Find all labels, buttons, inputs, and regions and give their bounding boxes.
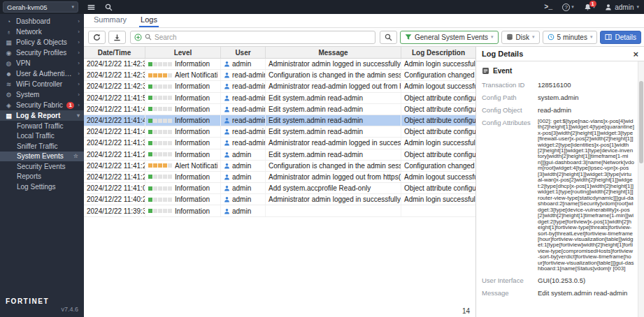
sidebar-item-security-events[interactable]: Security Events [0, 161, 84, 172]
person-icon [605, 3, 612, 10]
sidebar-item-dashboard[interactable]: ◔Dashboard› [0, 16, 84, 27]
column-header-message[interactable]: Message [266, 47, 401, 58]
sidebar-item-label: Policy & Objects [16, 38, 74, 46]
sidebar-item-policy-objects[interactable]: ▦Policy & Objects› [0, 37, 84, 47]
level-label: Information [175, 105, 210, 113]
sidebar-item-network[interactable]: ♁Network› [0, 27, 84, 37]
sidebar-item-wifi-controller[interactable]: ≋WiFi Controller› [0, 79, 84, 89]
log-location-dropdown[interactable]: Disk ▾ [501, 31, 540, 44]
cell-message: Edit system.admin read-admin [266, 149, 401, 160]
user-icon [224, 95, 230, 101]
severity-block [163, 209, 167, 213]
table-row[interactable]: 2024/12/22 11:40:24InformationadminAdmin… [84, 194, 475, 205]
table-row[interactable]: 2024/12/22 11:39:30Informationadmin [84, 205, 475, 216]
cell-level: Information [145, 183, 221, 193]
table-row[interactable]: 2024/12/22 11:41:40Informationread-admin… [84, 126, 475, 138]
log-report-icon: ▤ [5, 112, 13, 119]
help-menu-button[interactable]: ? ▾ [557, 0, 579, 14]
event-type-dropdown[interactable]: General System Events ▾ [400, 31, 499, 44]
cell-message: Administrator admin logged in successful… [266, 194, 401, 205]
search-input[interactable] [155, 34, 371, 41]
event-section-header[interactable]: Event [482, 67, 634, 75]
username: read-admin [232, 105, 266, 113]
severity-block [153, 198, 157, 202]
user-icon [224, 140, 230, 146]
sidebar-item-reports[interactable]: Reports [0, 172, 84, 182]
sidebar-item-vpn[interactable]: ◍VPN› [0, 58, 84, 68]
cell-user: read-admin [221, 104, 266, 115]
cell-user: read-admin [221, 126, 266, 137]
notification-badge: 1 [589, 1, 596, 7]
close-icon[interactable]: × [633, 50, 638, 59]
download-button[interactable] [108, 31, 126, 44]
content-area: Date/Time Level User Message Log Descrip… [84, 47, 644, 317]
severity-block [168, 62, 172, 66]
hostname-select[interactable]: Gerah-kvm05 ▾ [3, 1, 78, 13]
severity-block [148, 84, 152, 89]
severity-block [168, 152, 172, 156]
severity-block [158, 107, 162, 111]
cli-console-button[interactable]: >_ [539, 0, 557, 14]
details-scrollbar[interactable] [638, 61, 644, 317]
severity-block [168, 163, 172, 168]
cell-description: Object attribute configured [401, 126, 475, 137]
refresh-button[interactable] [88, 31, 106, 44]
tab-logs[interactable]: Logs [139, 14, 159, 27]
time-range-dropdown[interactable]: 5 minutes ▾ [543, 31, 598, 44]
notifications-button[interactable]: 1 ▾ [579, 0, 601, 14]
column-header-user[interactable]: User [221, 47, 266, 58]
table-row[interactable]: 2024/12/22 11:41:28InformationadminAdmin… [84, 172, 475, 183]
severity-block [163, 141, 167, 145]
user-authentication-icon: ☻ [5, 71, 13, 78]
admin-menu-button[interactable]: admin ▾ [600, 0, 644, 14]
sidebar-item-label: Dashboard [16, 17, 74, 25]
global-search-button[interactable] [100, 0, 117, 14]
cell-datetime: 2024/12/22 11:39:30 [84, 205, 145, 216]
details-toggle-button[interactable]: Details [600, 31, 641, 44]
column-header-level[interactable]: Level [145, 47, 221, 58]
hamburger-icon [87, 3, 95, 11]
search-icon [105, 3, 113, 11]
sidebar-item-forward-traffic[interactable]: Forward Traffic [0, 121, 84, 131]
sidebar-subitem-label: Reports [17, 172, 41, 180]
sidebar-item-system[interactable]: ⚙System› [0, 89, 84, 100]
sidebar-item-user-authentication[interactable]: ☻User & Authentication› [0, 68, 84, 79]
sidebar-item-system-events[interactable]: System Events☆ [0, 152, 84, 162]
detail-field: Config Attributes[002]: get:$[type[nac-v… [482, 119, 634, 272]
sidebar-item-log-settings[interactable]: Log Settings [0, 182, 84, 192]
column-header-datetime[interactable]: Date/Time [84, 47, 145, 58]
search-box[interactable] [130, 31, 375, 44]
details-header: Log Details × [476, 47, 644, 61]
table-row[interactable]: 2024/12/22 11:41:40Informationread-admin… [84, 104, 475, 115]
severity-block [168, 186, 172, 191]
table-row[interactable]: 2024/12/22 11:42:33Alert Notificationrea… [84, 70, 475, 81]
sidebar-item-local-traffic[interactable]: Local Traffic [0, 131, 84, 142]
sidebar-footer: FORTINET v7.4.6 [0, 296, 84, 317]
table-row[interactable]: 2024/12/22 11:42:35InformationadminAdmin… [84, 59, 475, 70]
apply-search-button[interactable] [380, 31, 397, 44]
chevron-down-icon: ▾ [71, 4, 74, 10]
sidebar-item-sniffer-traffic[interactable]: Sniffer Traffic [0, 141, 84, 152]
severity-block [158, 198, 162, 202]
sidebar-item-security-fabric[interactable]: ◈Security Fabric1› [0, 100, 84, 110]
username: read-admin [232, 82, 266, 90]
tab-summary[interactable]: Summary [92, 14, 128, 27]
level-label: Information [175, 207, 210, 215]
table-row[interactable]: 2024/12/22 11:41:29InformationadminEdit … [84, 149, 475, 161]
table-row[interactable]: 2024/12/22 11:41:32Informationread-admin… [84, 138, 475, 149]
chevron-down-icon: ▾ [571, 4, 574, 10]
table-row[interactable]: 2024/12/22 11:42:32Informationread-admin… [84, 81, 475, 92]
sidebar-nav: ◔Dashboard›♁Network›▦Policy & Objects›◉S… [0, 14, 84, 296]
table-row[interactable]: 2024/12/22 11:41:06InformationadminAdd s… [84, 183, 475, 194]
sidebar-item-security-profiles[interactable]: ◉Security Profiles› [0, 47, 84, 58]
table-row[interactable]: 2024/12/22 11:41:40Informationread-admin… [84, 115, 475, 126]
sidebar-subitem-label: Sniffer Traffic [17, 142, 58, 150]
severity-block [153, 130, 157, 134]
scrollbar-thumb[interactable] [639, 81, 643, 163]
table-row[interactable]: 2024/12/22 11:41:55Informationread-admin… [84, 93, 475, 104]
table-row[interactable]: 2024/12/22 11:41:28Alert Notificationadm… [84, 161, 475, 172]
menu-toggle-button[interactable] [83, 0, 100, 14]
sidebar-item-log-report[interactable]: ▤Log & Report▾ [0, 110, 84, 121]
security-fabric-icon: ◈ [5, 102, 13, 109]
column-header-description[interactable]: Log Description [401, 47, 475, 58]
